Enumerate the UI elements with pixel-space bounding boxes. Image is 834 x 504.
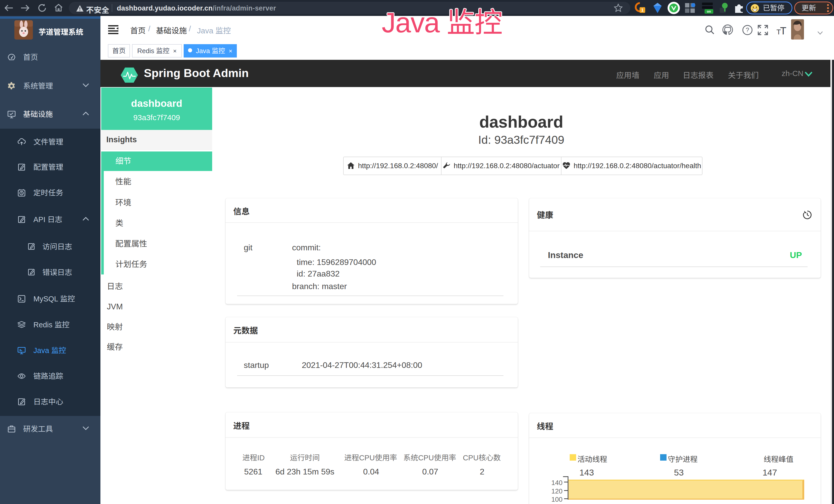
svg-text:on: on — [707, 9, 711, 13]
svg-text:?: ? — [746, 26, 749, 33]
svg-text:T: T — [780, 26, 786, 36]
svg-text:1: 1 — [641, 8, 643, 13]
